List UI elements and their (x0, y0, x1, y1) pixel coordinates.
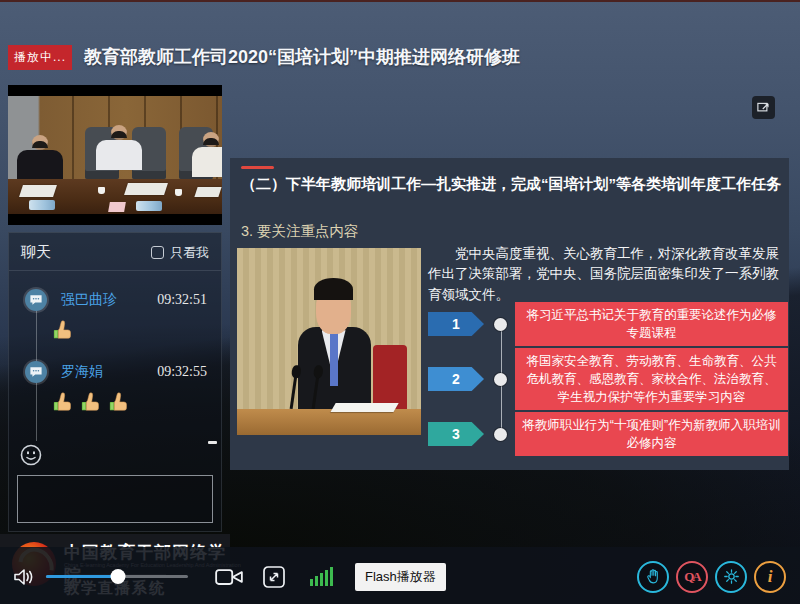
slide-paragraph: 党中央高度重视、关心教育工作，对深化教育改革发展作出了决策部署，党中央、国务院层… (428, 244, 786, 305)
list-bullet-dot (494, 318, 507, 331)
chat-timestamp: 09:32:51 (157, 292, 207, 308)
list-item-text: 将习近平总书记关于教育的重要论述作为必修专题课程 (515, 302, 788, 346)
qa-button[interactable]: QA (676, 561, 708, 593)
speaker-icon (12, 565, 36, 589)
expand-slide-button[interactable] (752, 96, 775, 119)
gear-icon (722, 567, 741, 586)
thumbs-up-icon (53, 391, 74, 412)
chat-message: 罗海娟 09:32:55 (9, 361, 221, 412)
chat-title: 聊天 (21, 243, 51, 262)
list-bullet-dot (494, 428, 507, 441)
list-number-chevron: 1 (428, 312, 484, 336)
swap-layout-button[interactable] (262, 565, 286, 589)
list-number-chevron: 2 (428, 367, 484, 391)
speaker-photo (237, 248, 421, 435)
presentation-slide[interactable]: （二）下半年教师培训工作—扎实推进，完成“国培计划”等各类培训年度工作任务 3.… (230, 158, 789, 470)
flash-player-button[interactable]: Flash播放器 (355, 563, 446, 591)
volume-slider-fill (46, 575, 118, 578)
slide-list-item: 3 将教师职业行为“十项准则”作为新教师入职培训必修内容 (428, 414, 788, 454)
emoji-picker-button[interactable] (19, 443, 43, 467)
person-left (12, 141, 68, 180)
slide-accent-dash (241, 166, 274, 169)
volume-slider[interactable] (46, 575, 188, 578)
list-item-text: 将国家安全教育、劳动教育、生命教育、公共危机教育、感恩教育、家校合作、法治教育、… (515, 348, 788, 410)
chat-header: 聊天 只看我 (9, 233, 221, 271)
thumbs-up-icon (81, 391, 102, 412)
volume-mute-button[interactable] (12, 565, 36, 589)
expand-icon (756, 100, 771, 115)
live-status-badge: 播放中... (8, 45, 72, 70)
person-right (192, 138, 222, 177)
slide-title: （二）下半年教师培训工作—扎实推进，完成“国培计划”等各类培训年度工作任务 (241, 173, 781, 195)
info-button[interactable]: i (754, 561, 786, 593)
list-number-chevron: 3 (428, 422, 484, 446)
conference-table (8, 179, 222, 214)
signal-strength-indicator (310, 567, 333, 586)
chat-message-emojis (53, 391, 221, 412)
name-placard (108, 202, 126, 212)
volume-slider-knob[interactable] (111, 569, 126, 584)
only-me-checkbox[interactable] (151, 246, 164, 259)
chat-bubble-avatar-icon (25, 361, 47, 383)
list-bullet-dot (494, 373, 507, 386)
settings-button[interactable] (715, 561, 747, 593)
hand-icon (644, 567, 663, 586)
list-item-text: 将教师职业行为“十项准则”作为新教师入职培训必修内容 (515, 412, 788, 456)
title-bar: 播放中... 教育部教师工作司2020“国培计划”中期推进网络研修班 (0, 40, 800, 74)
chat-input[interactable] (17, 475, 213, 523)
chat-panel: 聊天 只看我 强巴曲珍 09:32:51 (8, 232, 222, 532)
player-control-bar: Flash播放器 QA i (0, 547, 800, 604)
chat-message-emojis (53, 319, 221, 340)
raise-hand-button[interactable] (637, 561, 669, 593)
chat-username[interactable]: 强巴曲珍 (61, 291, 117, 309)
chat-message-list[interactable]: 强巴曲珍 09:32:51 罗海娟 09:32:55 (9, 271, 221, 467)
page-title: 教育部教师工作司2020“国培计划”中期推进网络研修班 (84, 45, 520, 69)
chat-scrollbar-thumb[interactable] (208, 441, 217, 444)
slide-list-item: 1 将习近平总书记关于教育的重要论述作为必修专题课程 (428, 304, 788, 344)
camera-toggle-button[interactable] (214, 566, 244, 588)
thumbs-up-icon (109, 391, 130, 412)
slide-list-item: 2 将国家安全教育、劳动教育、生命教育、公共危机教育、感恩教育、家校合作、法治教… (428, 348, 788, 410)
chat-message: 强巴曲珍 09:32:51 (9, 289, 221, 340)
chat-bubble-avatar-icon (25, 289, 47, 311)
swap-arrows-icon (262, 565, 286, 589)
person-center (94, 131, 145, 170)
only-me-toggle[interactable]: 只看我 (151, 244, 209, 262)
thumbs-up-icon (53, 319, 74, 340)
chat-timestamp: 09:32:55 (157, 364, 207, 380)
slide-section-heading: 3. 要关注重点内容 (241, 222, 359, 241)
video-scene (8, 96, 222, 214)
chat-username[interactable]: 罗海娟 (61, 363, 103, 381)
only-me-label: 只看我 (170, 244, 209, 262)
camera-icon (214, 566, 244, 588)
presenter-video-feed[interactable] (8, 85, 222, 225)
